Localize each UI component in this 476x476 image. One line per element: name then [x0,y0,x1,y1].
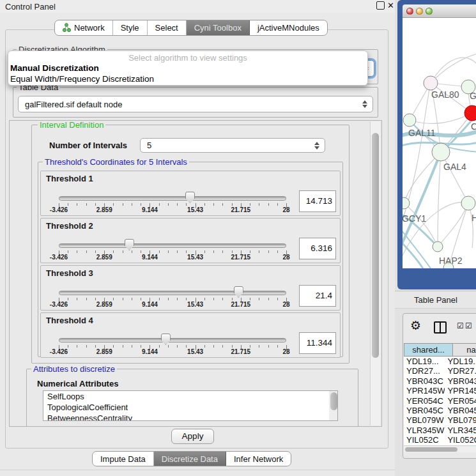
threshold-1-slider[interactable] [59,196,286,201]
tab-style[interactable]: Style [113,20,148,35]
tab-impute-data[interactable]: Impute Data [93,452,154,466]
tick-mark [86,298,87,300]
tick-mark [68,298,68,300]
slider-thumb[interactable] [125,239,134,250]
tick-mark [132,298,132,300]
node-label: GAL80 [431,89,459,100]
table-row[interactable]: YBR045CYBR045C [404,406,476,415]
threshold-1-box: Threshold 1 -3.4262.8599.14415.4321.7152… [40,171,341,216]
table-cell[interactable]: YDR27... [445,366,476,376]
tick-mark [222,250,223,253]
network-node[interactable] [461,196,475,210]
network-node[interactable] [432,143,450,161]
table-row[interactable]: YPR145WYPR145W [404,386,476,395]
table-cell[interactable]: YPR145W [404,386,445,395]
split-columns-icon[interactable] [434,321,447,334]
network-node[interactable] [433,242,443,252]
tab-infer-network[interactable]: Infer Network [226,452,291,466]
table-cell[interactable]: YPR145W [445,386,476,395]
num-intervals-spinner[interactable]: 5 [140,138,325,153]
table-cell[interactable]: YDL19... [404,357,445,366]
tick-mark [250,298,250,300]
table-cell[interactable]: YBR043C [404,376,445,386]
table-row[interactable]: YBR043CYBR043C [404,376,476,386]
panel-title: Control Panel [5,2,56,12]
table-row[interactable]: YIL052CYIL052C [404,435,476,445]
threshold-2-value-field[interactable]: 6.316 [299,238,336,259]
tab-discretize-data[interactable]: Discretize Data [154,452,226,466]
attribute-list-item[interactable]: SelfLoops [43,391,337,402]
numerical-attributes-list[interactable]: SelfLoopsTopologicalCoefficientBetweenne… [43,390,338,421]
network-node[interactable] [464,105,476,121]
tab-jactivemnodules[interactable]: jActiveMNodules [250,20,327,35]
threshold-1-value-field[interactable]: 14.713 [299,190,336,212]
tick-mark [132,345,132,348]
table-cell[interactable]: YBL079W [445,415,476,425]
float-icon[interactable] [376,1,385,10]
tick-label: 15.43 [181,206,210,213]
table-data-combobox[interactable]: galFiltered.sif default node [18,96,373,112]
apply-button[interactable]: Apply [171,429,214,444]
table-cell[interactable]: YLR345W [445,426,476,435]
threshold-2-slider[interactable] [59,243,286,248]
table-cell[interactable]: YLR345W [404,426,445,435]
table-row[interactable]: YER054CYER054C [404,396,476,406]
threshold-3-value-field[interactable]: 21.4 [299,285,336,307]
node-label: GCY1 [403,213,426,224]
tick-label: -3.426 [45,206,73,213]
tick-mark [250,203,250,206]
table-cell[interactable]: YER054C [445,396,476,406]
zoom-traffic-light[interactable] [426,8,433,15]
tick-mark [277,345,278,348]
tick-mark [204,250,205,253]
network-node[interactable] [403,114,416,127]
network-canvas[interactable]: GAL80GAL2CGAL11GAL4GCY1HAHAP2 [403,18,476,268]
table-cell[interactable]: YBR045C [404,406,445,415]
table-cell[interactable]: YIL052C [404,435,445,445]
close-icon[interactable]: ✕ [387,1,394,10]
tick-mark [132,203,132,206]
attribute-list-item[interactable]: BetweennessCentrality [43,413,337,421]
node-label: GAL4 [443,162,466,172]
checkbox-icon[interactable]: ☑ [465,321,472,330]
threshold-4-value-field[interactable]: 11.344 [299,332,336,354]
gear-icon[interactable]: ⚙ [410,318,421,333]
tick-mark [222,203,223,206]
menu-item-equal-width-frequency[interactable]: Equal Width/Frequency Discretization [10,74,154,84]
table-row[interactable]: YDL19...YDL19... [404,357,476,366]
slider-thumb[interactable] [161,334,171,345]
table-horizontal-scrollbar[interactable] [404,445,476,452]
tab-network[interactable]: Network [55,20,113,35]
network-node[interactable] [424,76,438,90]
tab-cyni-toolbox[interactable]: Cyni Toolbox [187,20,250,35]
table-row[interactable]: YLR345WYLR345W [404,426,476,435]
attribute-list-item[interactable]: TopologicalCoefficient [43,402,337,413]
tick-mark [68,345,68,348]
column-header-name[interactable]: name [453,343,476,357]
attributes-list-scrollbar[interactable] [329,391,337,420]
threshold-3-slider[interactable] [59,291,286,295]
table-cell[interactable]: YBR045C [445,406,476,415]
threshold-4-slider[interactable] [59,338,286,342]
table-row[interactable]: YDR27...YDR27... [404,366,476,376]
tab-select[interactable]: Select [148,20,187,35]
slider-thumb[interactable] [234,286,243,298]
table-cell[interactable]: YDL19... [445,357,476,366]
table-cell[interactable]: YDR27... [404,366,445,376]
column-header-shared-name[interactable]: shared... [404,343,453,357]
checkbox-icon[interactable]: ☑ [457,321,464,330]
tick-mark [95,250,96,253]
table-cell[interactable]: YER054C [404,396,445,406]
table-cell[interactable]: YIL052C [445,435,476,445]
menu-item-manual-discretization[interactable]: Manual Discretization [10,63,99,73]
minimize-traffic-light[interactable] [416,8,423,15]
tick-label: 28 [272,254,300,261]
table-row[interactable]: YBL079WYBL079W [404,415,476,425]
tick-mark [259,345,259,348]
table-cell[interactable]: YBL079W [404,415,445,425]
close-traffic-light[interactable] [406,8,413,15]
table-cell[interactable]: YBR043C [445,376,476,386]
tick-mark [186,203,187,206]
slider-thumb[interactable] [185,192,195,203]
settings-vertical-scrollbar[interactable] [370,121,380,426]
